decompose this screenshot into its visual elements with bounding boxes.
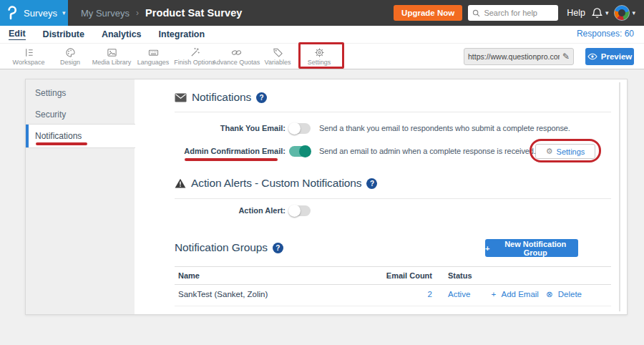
sidebar-item-label: Security <box>35 110 66 120</box>
admin-email-settings-button[interactable]: ⚙ Settings <box>535 144 595 159</box>
delete-label: Delete <box>558 290 582 298</box>
help-icon[interactable]: ? <box>256 92 267 103</box>
breadcrumb-separator-icon: › <box>136 8 139 18</box>
breadcrumb-current: Product Sat Survey <box>145 7 243 19</box>
delete-link[interactable]: ⊗ Delete <box>546 289 582 299</box>
warning-triangle-icon <box>175 178 186 188</box>
toolbar-item-label: Finish Options <box>174 59 215 66</box>
admin-confirmation-email-toggle[interactable] <box>289 146 311 157</box>
toolbar-item-label: Advance Quotas <box>213 59 260 66</box>
toggle-label: Thank You Email: <box>135 124 286 132</box>
caret-down-icon: ▾ <box>632 10 635 16</box>
chain-links-icon <box>231 47 242 58</box>
toggle-knob <box>288 205 301 217</box>
sidebar-item-settings[interactable]: Settings <box>26 82 135 104</box>
survey-url-text: https://www.questionpro.com/t/. <box>468 52 560 61</box>
workspace-icon <box>24 47 34 58</box>
toolbar-item-variables[interactable]: Variables <box>257 44 298 69</box>
sidebar-item-notifications[interactable]: Notifications <box>26 124 135 148</box>
toolbar-item-finish-options[interactable]: Finish Options <box>174 44 215 69</box>
toggle-label: Admin Confirmation Email: <box>135 147 286 155</box>
toggle-description: Send a thank you email to respondents wh… <box>319 124 570 132</box>
add-email-link[interactable]: + Add Email <box>492 289 539 299</box>
new-group-button-label: New Notification Group <box>492 240 578 257</box>
sidebar-item-label: Notifications <box>35 131 82 141</box>
app-root: Surveys ▾ My Surveys › Product Sat Surve… <box>0 0 644 345</box>
section-title: Notifications <box>192 91 251 104</box>
toolbar-item-label: Design <box>60 59 80 66</box>
toggle-description: Send an email to admin when a complete r… <box>319 147 536 155</box>
toolbar-items: Workspace Design Media Library <box>8 44 340 69</box>
row-actions: + Add Email ⊗ Delete <box>499 289 582 299</box>
help-icon[interactable]: ? <box>366 178 377 189</box>
preview-button-label: Preview <box>601 52 632 61</box>
settings-button-label: Settings <box>557 147 585 156</box>
settings-panel: Settings Security Notifications Notifica… <box>25 79 628 315</box>
toggle-knob <box>288 122 301 135</box>
sidebar-item-security[interactable]: Security <box>26 104 135 125</box>
magic-wand-icon <box>190 47 200 58</box>
thank-you-email-row: Thank You Email: Send a thank you email … <box>135 120 607 137</box>
image-icon <box>107 47 117 58</box>
toolbar-item-media-library[interactable]: Media Library <box>91 44 132 69</box>
envelope-icon <box>175 93 187 102</box>
tab-distribute[interactable]: Distribute <box>43 29 84 39</box>
product-menu-label: Surveys <box>24 8 57 19</box>
table-top-border <box>175 266 611 267</box>
section-title: Action Alerts - Custom Notifications <box>191 177 361 190</box>
tab-edit[interactable]: Edit <box>9 29 26 40</box>
preview-button[interactable]: Preview <box>585 48 634 65</box>
questionpro-logo-icon <box>6 6 19 20</box>
table-header-border <box>175 284 611 285</box>
settings-sidebar: Settings Security Notifications <box>26 79 135 314</box>
help-link[interactable]: Help <box>567 8 585 18</box>
toolbar-item-design[interactable]: Design <box>49 44 91 69</box>
scrollbar-track[interactable] <box>619 82 620 311</box>
tab-integration[interactable]: Integration <box>159 29 205 39</box>
survey-url-box[interactable]: https://www.questionpro.com/t/. ✎ <box>464 48 574 65</box>
top-bar: Surveys ▾ My Surveys › Product Sat Surve… <box>0 0 644 26</box>
section-title: Notification Groups <box>175 241 268 254</box>
thank-you-email-toggle[interactable] <box>289 123 311 134</box>
toolbar-item-label: Workspace <box>13 59 45 66</box>
group-name: SankTest (Sanket, Zolin) <box>178 290 268 298</box>
notifications-bell-menu[interactable]: ▾ <box>591 7 609 19</box>
help-search-input[interactable] <box>484 9 554 17</box>
toolbar-item-languages[interactable]: Languages <box>132 44 174 69</box>
help-icon[interactable]: ? <box>273 243 283 253</box>
toolbar-item-advance-quotas[interactable]: Advance Quotas <box>215 44 257 69</box>
notifications-content: Notifications ? Thank You Email: Send a … <box>135 79 628 314</box>
product-menu[interactable]: Surveys ▾ <box>0 0 68 26</box>
edit-toolbar: Workspace Design Media Library <box>0 43 644 69</box>
toolbar-item-label: Languages <box>137 59 170 66</box>
toolbar-item-label: Settings <box>308 59 331 66</box>
account-menu[interactable]: ▾ <box>614 5 635 21</box>
action-alert-row: Action Alert: <box>135 202 607 219</box>
breadcrumb-parent[interactable]: My Surveys <box>81 8 130 19</box>
caret-down-icon: ▾ <box>62 10 66 16</box>
divider <box>175 198 611 199</box>
new-notification-group-button[interactable]: + New Notification Group <box>485 239 578 257</box>
group-email-count[interactable]: 2 <box>364 290 432 298</box>
toolbar-item-label: Variables <box>265 59 291 66</box>
avatar <box>614 5 630 21</box>
column-header-status: Status <box>448 271 472 280</box>
responses-count[interactable]: Responses: 60 <box>577 29 634 39</box>
tab-analytics[interactable]: Analytics <box>102 29 142 39</box>
gear-icon: ⚙ <box>546 147 553 156</box>
toolbar-item-settings[interactable]: Settings <box>298 44 340 69</box>
toolbar-item-workspace[interactable]: Workspace <box>8 44 49 69</box>
breadcrumb: My Surveys › Product Sat Survey <box>81 7 242 19</box>
annotation-underline-notifications <box>36 142 87 145</box>
group-status[interactable]: Active <box>448 290 470 298</box>
column-header-email-count: Email Count <box>364 271 432 280</box>
action-alert-toggle[interactable] <box>289 205 311 216</box>
edit-url-pencil-icon[interactable]: ✎ <box>562 52 570 62</box>
toggle-label: Action Alert: <box>135 206 286 215</box>
plus-icon: + <box>492 290 497 298</box>
help-search-box[interactable] <box>468 5 558 21</box>
column-header-name: Name <box>178 271 200 280</box>
upgrade-now-button[interactable]: Upgrade Now <box>394 5 462 21</box>
divider <box>175 112 611 112</box>
table-bottom-border <box>175 306 611 306</box>
